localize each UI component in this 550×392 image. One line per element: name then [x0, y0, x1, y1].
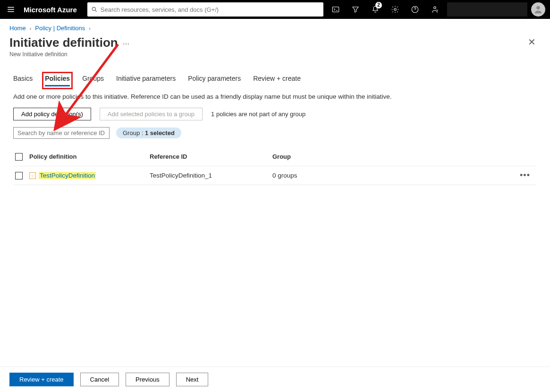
- col-reference-id: Reference ID: [150, 153, 272, 160]
- svg-line-1: [95, 10, 97, 12]
- svg-point-3: [394, 9, 397, 11]
- tab-policy-params[interactable]: Policy parameters: [188, 75, 241, 86]
- svg-rect-2: [332, 7, 339, 12]
- breadcrumb: Home › Policy | Definitions ›: [0, 19, 550, 34]
- tab-description: Add one or more policies to this initiat…: [0, 86, 550, 106]
- row-checkbox[interactable]: [15, 172, 23, 179]
- menu-icon[interactable]: [3, 0, 19, 19]
- previous-button[interactable]: Previous: [126, 373, 169, 386]
- cloud-shell-icon[interactable]: [326, 0, 345, 19]
- group-cell: 0 groups: [272, 172, 513, 179]
- notification-badge: 2: [375, 2, 382, 9]
- tab-review[interactable]: Review + create: [253, 75, 301, 86]
- settings-icon[interactable]: [386, 0, 405, 19]
- svg-point-0: [92, 7, 95, 10]
- breadcrumb-home[interactable]: Home: [9, 25, 26, 32]
- notifications-icon[interactable]: 2: [366, 0, 385, 19]
- close-icon[interactable]: ✕: [528, 35, 541, 48]
- table-row: ○ TestPolicyDefinition TestPolicyDefinit…: [13, 166, 537, 185]
- account-info[interactable]: [447, 2, 527, 17]
- tab-groups[interactable]: Groups: [82, 75, 104, 86]
- group-filter-pill[interactable]: Group : 1 selected: [116, 128, 181, 138]
- global-search[interactable]: [87, 2, 323, 17]
- global-search-input[interactable]: [101, 6, 320, 13]
- col-policy-definition: Policy definition: [29, 153, 150, 160]
- policy-icon: ○: [29, 172, 36, 179]
- policy-table: Policy definition Reference ID Group ○ T…: [0, 145, 550, 187]
- policy-definition-cell: ○ TestPolicyDefinition: [29, 172, 150, 179]
- policy-definition-link[interactable]: TestPolicyDefinition: [39, 172, 96, 179]
- page-title: Initiative definition: [9, 35, 118, 50]
- page-header: Initiative definition ⋯ ✕: [0, 34, 550, 50]
- title-menu-icon[interactable]: ⋯: [123, 40, 130, 48]
- svg-point-6: [536, 6, 540, 9]
- reference-id-cell: TestPolicyDefinition_1: [150, 172, 272, 179]
- page-subtitle: New Initiative definition: [0, 50, 550, 66]
- footer: Review + create Cancel Previous Next: [0, 366, 550, 392]
- breadcrumb-policy[interactable]: Policy | Definitions: [35, 25, 85, 32]
- tab-policies[interactable]: Policies: [45, 75, 70, 86]
- svg-point-5: [434, 7, 436, 9]
- brand-label: Microsoft Azure: [19, 6, 85, 14]
- tabs: Basics Policies Groups Initiative parame…: [0, 66, 550, 86]
- feedback-icon[interactable]: [425, 0, 444, 19]
- group-filter-prefix: Group :: [123, 129, 145, 136]
- review-create-button[interactable]: Review + create: [9, 373, 74, 386]
- directory-filter-icon[interactable]: [346, 0, 365, 19]
- col-group: Group: [272, 153, 513, 160]
- add-policy-definition-button[interactable]: Add policy definition(s): [13, 108, 91, 120]
- avatar[interactable]: [531, 2, 545, 17]
- table-header: Policy definition Reference ID Group: [13, 147, 537, 166]
- chevron-right-icon: ›: [30, 26, 32, 31]
- topbar: Microsoft Azure 2: [0, 0, 550, 19]
- group-status-text: 1 policies are not part of any group: [211, 111, 305, 118]
- chevron-right-icon: ›: [89, 26, 91, 31]
- next-button[interactable]: Next: [176, 373, 209, 386]
- tab-basics[interactable]: Basics: [13, 75, 33, 86]
- row-menu-icon[interactable]: •••: [513, 170, 537, 180]
- add-to-group-button: Add selected policies to a group: [100, 108, 203, 120]
- cancel-button[interactable]: Cancel: [80, 373, 119, 386]
- filter-row: Group : 1 selected: [0, 127, 550, 145]
- topbar-icons: 2: [326, 0, 545, 19]
- group-filter-value: 1 selected: [145, 129, 175, 136]
- action-row: Add policy definition(s) Add selected po…: [0, 106, 550, 127]
- select-all-checkbox[interactable]: [15, 153, 23, 161]
- tab-initiative-params[interactable]: Initiative parameters: [116, 75, 176, 86]
- help-icon[interactable]: [406, 0, 424, 19]
- search-input[interactable]: [13, 127, 110, 139]
- search-icon: [91, 6, 98, 13]
